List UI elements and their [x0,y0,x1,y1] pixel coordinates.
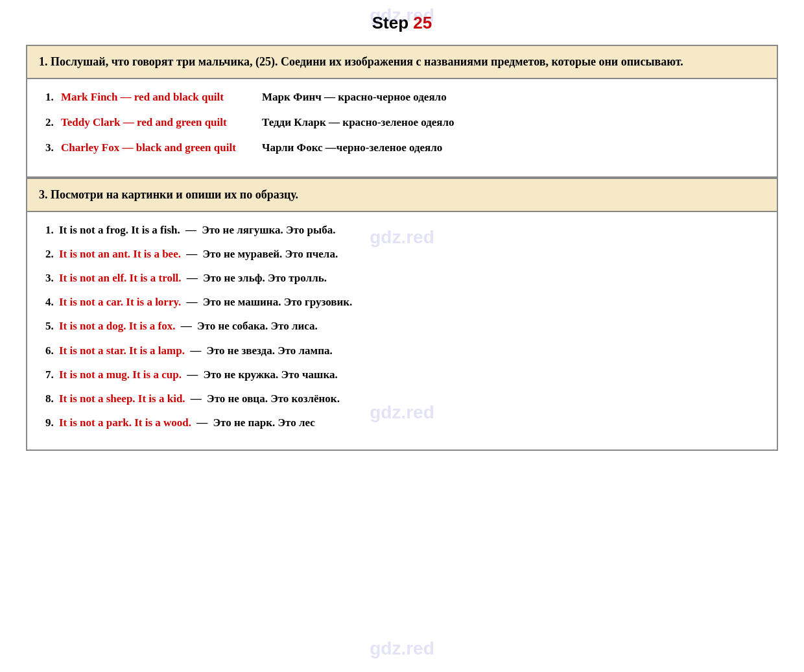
step-number: 25 [413,13,432,32]
list-item: 7. It is not a mug. It is a cup. — Это н… [45,366,759,383]
item-russian: Это не эльф. Это тролль. [203,272,327,284]
item-number: 2. [45,114,61,131]
separator: — [187,272,200,284]
list-item: 2. Teddy Clark — red and green quilt Тед… [45,114,759,131]
task3-list: 1. It is not a frog. It is a fish. — Это… [45,221,759,432]
item-english-red: It is not a car. It is a lorry. [59,296,181,308]
task1-answers: 1. Mark Finch — red and black quilt Марк… [26,79,778,178]
item-english: Teddy Clark — red and green quilt [61,114,262,131]
list-item: 2. It is not an ant. It is a bee. — Это … [45,245,759,263]
separator: — [196,416,210,429]
item-english-red: It is not a park. It is a wood. [59,416,191,429]
item-number: 3. [45,139,61,156]
step-label: Step [372,13,414,32]
watermark-bottom: gdz.red [370,638,434,659]
item-number: 8. [45,392,54,405]
item-russian: Это не кружка. Это чашка. [203,368,337,381]
separator: — [181,320,195,332]
item-english-red: It is not a sheep. It is a kid. [59,392,185,405]
item-russian: Это не муравей. Это пчела. [202,248,338,260]
list-item: 6. It is not a star. It is a lamp. — Это… [45,342,759,359]
separator: — [185,224,199,236]
item-russian: Это не овца. Это козлёнок. [207,392,340,405]
list-item: 1. Mark Finch — red and black quilt Марк… [45,88,759,106]
item-russian: Это не машина. Это грузовик. [203,296,353,308]
item-russian: Это не звезда. Это лампа. [206,344,332,357]
item-number: 6. [45,344,54,357]
separator: — [187,296,200,308]
task1-list: 1. Mark Finch — red and black quilt Марк… [45,88,759,157]
separator: — [191,392,204,405]
task3-answers: 1. It is not a frog. It is a fish. — Это… [26,212,778,451]
item-number: 1. [45,224,54,236]
separator: — [190,344,204,357]
item-number: 7. [45,368,54,381]
item-russian: Это не парк. Это лес [213,416,315,429]
list-item: 4. It is not a car. It is a lorry. — Это… [45,293,759,311]
item-number: 9. [45,416,54,429]
task3-instruction: 3. Посмотри на картинки и опиши их по об… [26,178,778,212]
item-number: 2. [45,248,54,260]
list-item: 1. It is not a frog. It is a fish. — Это… [45,221,759,239]
item-english-red: It is not a dog. It is a fox. [59,320,175,332]
separator: — [186,248,200,260]
item-english: Mark Finch — red and black quilt [61,88,262,106]
item-number: 3. [45,272,54,284]
task1-instruction: 1. Послушай, что говорят три мальчика, (… [26,45,778,79]
item-number: 1. [45,88,61,106]
item-english-red: It is not an elf. It is a troll. [59,272,182,284]
item-russian: Это не лягушка. Это рыба. [202,224,335,236]
item-english: Charley Fox — black and green quilt [61,139,262,156]
item-english-red: It is not an ant. It is a bee. [59,248,181,260]
page-title: Step 25 [26,13,778,33]
list-item: 3. It is not an elf. It is a troll. — Эт… [45,269,759,287]
list-item: 5. It is not a dog. It is a fox. — Это н… [45,317,759,335]
list-item: 9. It is not a park. It is a wood. — Это… [45,414,759,431]
item-russian: Чарли Фокс —черно-зеленое одеяло [262,139,442,156]
item-number: 5. [45,320,54,332]
list-item: 3. Charley Fox — black and green quilt Ч… [45,139,759,156]
item-russian: Марк Финч — красно-черное одеяло [262,88,447,106]
item-english-red: It is not a star. It is a lamp. [59,344,185,357]
item-english-red: It is not a mug. It is a cup. [59,368,182,381]
item-number: 4. [45,296,54,308]
item-russian: Это не собака. Это лиса. [197,320,318,332]
list-item: 8. It is not a sheep. It is a kid. — Это… [45,390,759,407]
item-russian: Тедди Кларк — красно-зеленое одеяло [262,114,455,131]
item-english-plain: It is not a frog. It is a fish. [59,224,180,236]
separator: — [187,368,200,381]
